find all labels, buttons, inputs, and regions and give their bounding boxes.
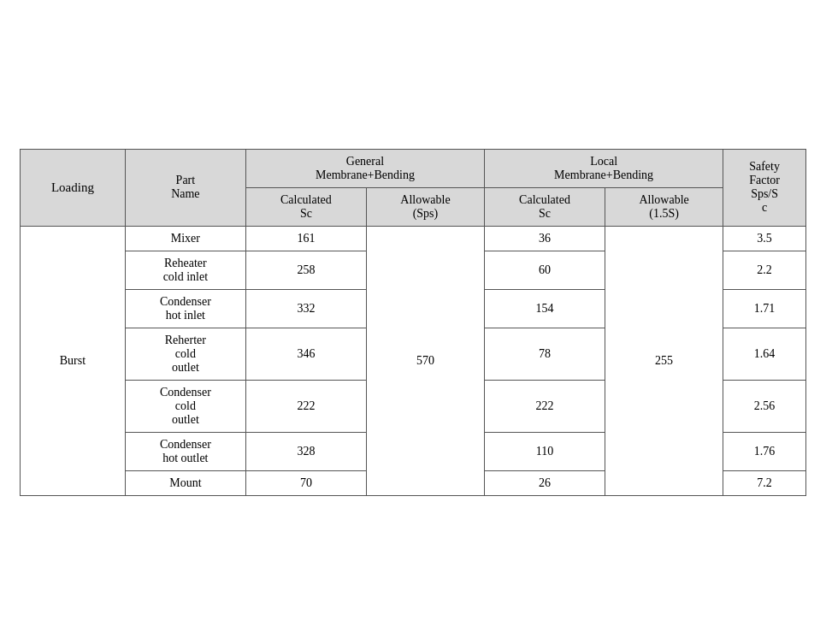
calc-sc1-cell: 332 xyxy=(245,289,366,328)
calc-sc2-cell: 110 xyxy=(485,432,605,470)
calc-sc1-cell: 258 xyxy=(245,251,366,289)
calc-sc2-cell: 154 xyxy=(485,289,605,328)
safety-factor-header: SafetyFactorSps/Sc xyxy=(723,149,806,226)
part-name-cell: Mount xyxy=(125,470,245,495)
safety-factor-cell: 7.2 xyxy=(723,470,806,495)
part-name-cell: Reherter cold outlet xyxy=(125,328,245,380)
safety-factor-cell: 1.71 xyxy=(723,289,806,328)
calc-sc1-cell: 161 xyxy=(245,226,366,251)
part-name-cell: Condenser hot outlet xyxy=(125,432,245,470)
calc-sc2-cell: 222 xyxy=(485,380,605,432)
calculated-sc-header-2: CalculatedSc xyxy=(485,187,605,226)
safety-factor-cell: 3.5 xyxy=(723,226,806,251)
safety-factor-cell: 1.76 xyxy=(723,432,806,470)
calc-sc2-cell: 60 xyxy=(485,251,605,289)
part-name-cell: Condenser cold outlet xyxy=(125,380,245,432)
calc-sc2-cell: 26 xyxy=(485,470,605,495)
calc-sc2-cell: 36 xyxy=(485,226,605,251)
loading-header: Loading xyxy=(21,149,126,226)
part-name-cell: Condenser hot inlet xyxy=(125,289,245,328)
calculated-sc-header-1: CalculatedSc xyxy=(245,187,366,226)
calc-sc1-cell: 346 xyxy=(245,328,366,380)
allowable-sps-header: Allowable(Sps) xyxy=(366,187,484,226)
calc-sc2-cell: 78 xyxy=(485,328,605,380)
table-body: BurstMixer161570362553.5Reheater cold in… xyxy=(21,226,806,495)
loading-cell-burst: Burst xyxy=(21,226,126,495)
safety-factor-cell: 2.2 xyxy=(723,251,806,289)
part-name-cell: Reheater cold inlet xyxy=(125,251,245,289)
calc-sc1-cell: 328 xyxy=(245,432,366,470)
safety-factor-cell: 2.56 xyxy=(723,380,806,432)
table-container: Loading PartName GeneralMembrane+Bending… xyxy=(20,149,806,496)
allowable-sps-cell: 570 xyxy=(366,226,484,495)
calc-sc1-cell: 222 xyxy=(245,380,366,432)
calc-sc1-cell: 70 xyxy=(245,470,366,495)
allowable-15s-header: Allowable(1.5S) xyxy=(605,187,723,226)
safety-factor-cell: 1.64 xyxy=(723,328,806,380)
header-row-main: Loading PartName GeneralMembrane+Bending… xyxy=(21,149,806,187)
allowable-15s-cell: 255 xyxy=(605,226,723,495)
local-membrane-header: LocalMembrane+Bending xyxy=(485,149,723,187)
part-name-header: PartName xyxy=(125,149,245,226)
stress-analysis-table: Loading PartName GeneralMembrane+Bending… xyxy=(20,149,806,496)
part-name-cell: Mixer xyxy=(125,226,245,251)
general-membrane-header: GeneralMembrane+Bending xyxy=(245,149,484,187)
table-row: BurstMixer161570362553.5 xyxy=(21,226,806,251)
